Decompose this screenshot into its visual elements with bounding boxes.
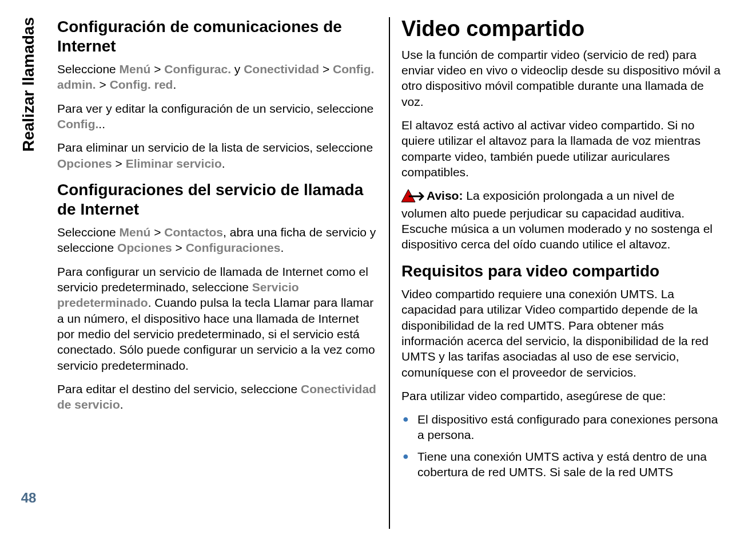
text: Para ver y editar la configuración de un… bbox=[57, 102, 373, 115]
heading-requisitos: Requisitos para video compartido bbox=[401, 262, 722, 281]
paragraph-select-contactos: Seleccione Menú > Contactos, abra una fi… bbox=[57, 224, 377, 256]
link-eliminar-servicio: Eliminar servicio bbox=[126, 157, 222, 170]
page-number: 48 bbox=[21, 490, 37, 506]
side-rail: Realizar llamadas 48 bbox=[11, 17, 46, 529]
text: . bbox=[173, 78, 176, 91]
paragraph-select-menu-path: Seleccione Menú > Configurac. y Conectiv… bbox=[57, 61, 377, 93]
paragraph-uso-video: Use la función de compartir video (servi… bbox=[401, 47, 722, 109]
heading-config-llamada-internet: Configuraciones del servicio de llamada … bbox=[57, 180, 377, 219]
left-column: Configuración de comunicaciones de Inter… bbox=[46, 17, 390, 529]
text: y bbox=[231, 62, 244, 76]
sep: > bbox=[319, 62, 333, 76]
link-contactos: Contactos bbox=[164, 225, 223, 239]
text: Para configurar un servicio de llamada d… bbox=[57, 265, 368, 294]
text: Para eliminar un servicio de la lista de… bbox=[57, 141, 373, 154]
link-configuraciones: Configuraciones bbox=[186, 241, 281, 254]
sep: > bbox=[150, 62, 164, 76]
warning-icon bbox=[401, 188, 424, 205]
content-columns: Configuración de comunicaciones de Inter… bbox=[46, 17, 733, 529]
text: Seleccione bbox=[57, 62, 120, 76]
sep: > bbox=[150, 225, 164, 239]
paragraph-asegurese: Para utilizar video compartido, asegúres… bbox=[401, 388, 722, 403]
heading-config-comunicaciones: Configuración de comunicaciones de Inter… bbox=[57, 17, 377, 56]
heading-video-compartido: Video compartido bbox=[401, 17, 722, 41]
sep: > bbox=[96, 78, 110, 91]
link-config: Config. bbox=[57, 117, 98, 130]
list-item: El dispositivo está configurado para con… bbox=[415, 412, 722, 443]
list-item: Tiene una conexión UMTS activa y está de… bbox=[415, 449, 722, 480]
link-opciones: Opciones bbox=[57, 157, 112, 170]
paragraph-altavoz: El altavoz está activo al activar video … bbox=[401, 117, 722, 180]
text: .. bbox=[98, 117, 105, 130]
warning-label: Aviso: bbox=[427, 189, 466, 202]
link-config-red: Config. red bbox=[110, 78, 173, 91]
paragraph-eliminar-servicio: Para eliminar un servicio de la lista de… bbox=[57, 140, 377, 171]
link-configurac: Configurac. bbox=[164, 62, 231, 76]
paragraph-requisitos-umts: Video compartido requiere una conexión U… bbox=[401, 286, 722, 380]
requirements-list: El dispositivo está configurado para con… bbox=[401, 412, 722, 480]
right-column: Video compartido Use la función de compa… bbox=[390, 17, 733, 529]
paragraph-servicio-predeterminado: Para configurar un servicio de llamada d… bbox=[57, 264, 377, 373]
sep: > bbox=[112, 157, 126, 170]
text: . bbox=[222, 157, 225, 170]
text: . bbox=[280, 241, 284, 254]
sep: > bbox=[172, 241, 186, 254]
section-label: Realizar llamadas bbox=[19, 17, 38, 152]
warning-block: Aviso: La exposición prolongada a un niv… bbox=[401, 188, 722, 252]
paragraph-ver-editar: Para ver y editar la configuración de un… bbox=[57, 101, 377, 132]
link-menu: Menú bbox=[120, 225, 151, 239]
link-menu: Menú bbox=[120, 62, 151, 76]
paragraph-editar-destino: Para editar el destino del servicio, sel… bbox=[57, 381, 377, 413]
link-conectividad: Conectividad bbox=[244, 62, 319, 76]
text: . bbox=[120, 398, 124, 411]
text: Seleccione bbox=[57, 225, 120, 239]
manual-page: Realizar llamadas 48 Configuración de co… bbox=[0, 0, 756, 546]
link-opciones: Opciones bbox=[117, 241, 172, 254]
text: Para editar el destino del servicio, sel… bbox=[57, 382, 301, 395]
